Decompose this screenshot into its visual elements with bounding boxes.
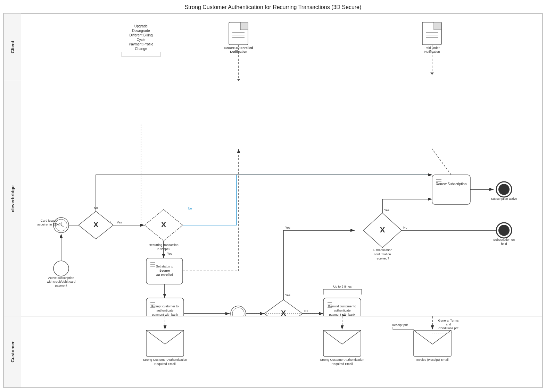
lane-content-cleverbridge: Active subscription with credit/debit ca…	[21, 81, 542, 316]
svg-text:acquirer in EEA?: acquirer in EEA?	[37, 223, 61, 226]
svg-text:Yes: Yes	[285, 226, 290, 229]
svg-text:Set status to: Set status to	[156, 265, 173, 268]
diagram-container: Strong Customer Authentication for Recur…	[0, 0, 546, 392]
svg-marker-13	[237, 79, 240, 81]
svg-text:Remind customer to: Remind customer to	[328, 305, 356, 308]
svg-text:Downgrade: Downgrade	[132, 29, 150, 33]
svg-text:Up to 2 times: Up to 2 times	[333, 285, 352, 288]
svg-point-107	[498, 225, 510, 236]
customer-svg: Strong Customer Authentication Required …	[21, 316, 542, 387]
lane-label-client: Client	[4, 14, 21, 81]
svg-text:Cycle: Cycle	[136, 38, 145, 42]
svg-line-113	[432, 149, 451, 175]
svg-text:Conditions.pdf: Conditions.pdf	[438, 326, 458, 330]
svg-text:hold: hold	[501, 242, 507, 246]
svg-text:General Terms: General Terms	[438, 319, 459, 322]
svg-text:received?: received?	[375, 257, 389, 260]
svg-text:Renew Subscription: Renew Subscription	[436, 182, 467, 186]
svg-text:Payment Profile: Payment Profile	[129, 42, 154, 46]
svg-text:Active subscription: Active subscription	[48, 276, 74, 280]
lane-client: Client Upgrade Downgrade Different Billi…	[4, 14, 542, 81]
svg-text:Invoice (Receipt) Email: Invoice (Receipt) Email	[416, 358, 449, 361]
lane-label-customer: Customer	[4, 316, 21, 387]
diagram-title: Strong Customer Authentication for Recur…	[0, 0, 546, 13]
svg-text:Receipt.pdf: Receipt.pdf	[392, 323, 408, 327]
svg-text:X: X	[161, 220, 166, 229]
svg-text:Different Billing: Different Billing	[129, 33, 152, 37]
lanes-wrapper: Client Upgrade Downgrade Different Billi…	[3, 13, 543, 388]
svg-text:authenticate: authenticate	[333, 309, 350, 312]
svg-text:Required Email: Required Email	[154, 362, 176, 366]
svg-text:Strong Customer Authentication: Strong Customer Authentication	[320, 358, 364, 361]
lane-cleverbridge: cleverbridge	[4, 81, 542, 317]
svg-text:Subscription active: Subscription active	[491, 197, 517, 201]
svg-text:confirmation: confirmation	[374, 253, 391, 256]
svg-text:No: No	[188, 207, 192, 210]
svg-point-104	[498, 184, 510, 195]
svg-text:with credit/debit card: with credit/debit card	[47, 280, 76, 283]
svg-text:Upgrade: Upgrade	[134, 24, 148, 28]
svg-text:Yes: Yes	[384, 208, 389, 212]
svg-text:No: No	[403, 226, 407, 229]
svg-text:X: X	[93, 220, 99, 229]
svg-text:Secure: Secure	[159, 269, 170, 272]
svg-text:authenticate: authenticate	[156, 309, 173, 312]
lane-content-client: Upgrade Downgrade Different Billing Cycl…	[21, 14, 542, 81]
svg-text:Prompt customer to: Prompt customer to	[151, 305, 179, 308]
svg-text:X: X	[380, 225, 385, 234]
svg-text:Yes: Yes	[117, 221, 122, 224]
lane-customer: Customer Strong Customer Authentication …	[4, 316, 542, 387]
svg-text:payment with bank: payment with bank	[152, 313, 178, 316]
cleverbridge-svg: Active subscription with credit/debit ca…	[21, 81, 542, 316]
lane-label-cleverbridge: cleverbridge	[4, 81, 21, 316]
svg-text:Required Email: Required Email	[331, 362, 353, 366]
svg-text:Card issuer/: Card issuer/	[41, 219, 58, 222]
client-svg: Upgrade Downgrade Different Billing Cycl…	[21, 14, 542, 81]
svg-text:Change: Change	[135, 47, 147, 51]
svg-text:3D enrolled: 3D enrolled	[156, 273, 173, 276]
svg-text:Strong Customer Authentication: Strong Customer Authentication	[143, 358, 187, 361]
svg-text:Authentication: Authentication	[372, 248, 392, 252]
svg-text:Yes: Yes	[167, 252, 172, 255]
svg-text:Subscription on: Subscription on	[493, 238, 515, 241]
svg-text:X: X	[281, 308, 286, 316]
svg-marker-21	[430, 73, 434, 75]
lane-content-customer: Strong Customer Authentication Required …	[21, 316, 542, 387]
svg-text:payment: payment	[55, 284, 67, 287]
svg-text:payment with bank: payment with bank	[329, 313, 355, 316]
svg-text:Yes: Yes	[285, 293, 290, 297]
svg-text:and: and	[446, 323, 451, 326]
svg-point-24	[53, 261, 69, 276]
svg-text:No: No	[304, 309, 308, 313]
